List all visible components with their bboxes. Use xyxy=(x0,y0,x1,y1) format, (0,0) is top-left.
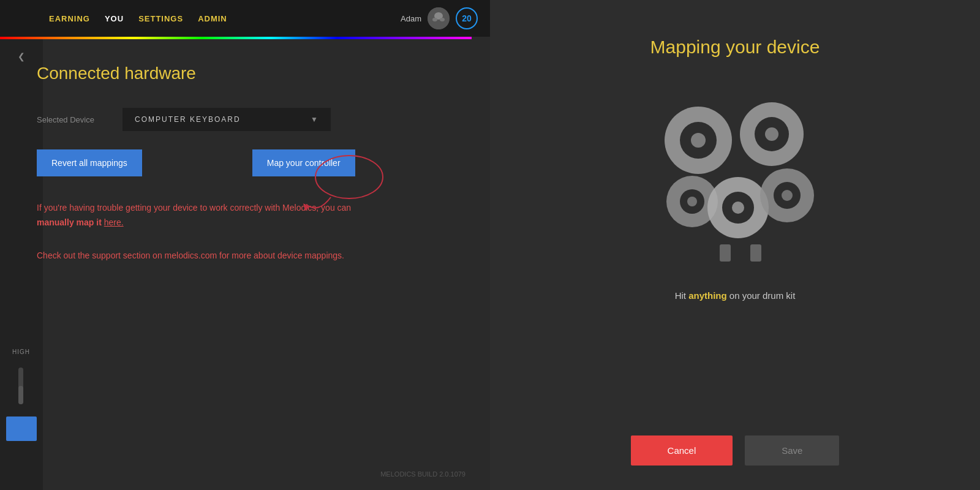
right-buttons: Cancel Save xyxy=(631,435,840,466)
device-row: Selected Device COMPUTER KEYBOARD ▼ xyxy=(37,108,453,131)
instruction-prefix: Hit xyxy=(675,290,689,301)
device-select-value: COMPUTER KEYBOARD xyxy=(135,115,241,124)
device-select[interactable]: COMPUTER KEYBOARD ▼ xyxy=(123,108,331,131)
buttons-row: Revert all mappings Map your controller xyxy=(37,149,453,176)
cancel-button[interactable]: Cancel xyxy=(631,435,733,466)
svg-point-11 xyxy=(765,127,778,141)
drum-kit-svg xyxy=(643,94,827,266)
svg-rect-21 xyxy=(720,244,731,262)
map-controller-button[interactable]: Map your controller xyxy=(252,149,355,176)
svg-point-3 xyxy=(440,18,445,21)
drum-kit-illustration xyxy=(643,94,827,266)
instruction-highlight: anything xyxy=(688,290,727,301)
page-title: Connected hardware xyxy=(37,64,453,83)
badge-count: 20 xyxy=(462,13,472,23)
help-text-1: If you're having trouble getting your de… xyxy=(37,201,355,230)
svg-point-8 xyxy=(691,133,706,148)
chevron-down-icon: ▼ xyxy=(311,115,318,124)
nav-badge: 20 xyxy=(456,7,478,29)
revert-button[interactable]: Revert all mappings xyxy=(37,149,142,176)
svg-rect-22 xyxy=(750,244,761,262)
nav-item-you[interactable]: YOU xyxy=(105,14,124,23)
right-content: Mapping your device xyxy=(643,37,827,435)
mapping-title: Mapping your device xyxy=(650,37,820,58)
nav-item-admin[interactable]: ADMIN xyxy=(198,14,227,23)
left-panel: ❮ HIGH EARNING YOU SETTINGS ADMIN Adam 2… xyxy=(0,0,490,490)
device-label: Selected Device xyxy=(37,115,110,124)
top-nav: EARNING YOU SETTINGS ADMIN Adam 20 xyxy=(0,0,490,37)
build-info: MELODICS BUILD 2.0.1079 xyxy=(380,470,466,478)
help-text-2: Check out the support section on melodic… xyxy=(37,249,355,263)
nav-username: Adam xyxy=(401,14,421,23)
svg-point-20 xyxy=(782,190,793,201)
svg-point-14 xyxy=(687,197,697,206)
avatar xyxy=(428,7,450,29)
main-content: Connected hardware Selected Device COMPU… xyxy=(0,39,490,490)
svg-point-17 xyxy=(732,202,744,214)
nav-item-settings[interactable]: SETTINGS xyxy=(138,14,183,23)
drum-instruction: Hit anything on your drum kit xyxy=(675,290,796,301)
nav-right: Adam 20 xyxy=(401,7,478,29)
nav-item-earning[interactable]: EARNING xyxy=(49,14,90,23)
right-panel: Mapping your device xyxy=(490,0,980,490)
svg-point-2 xyxy=(432,18,437,21)
instruction-suffix: on your drum kit xyxy=(727,290,796,301)
save-button[interactable]: Save xyxy=(745,435,839,466)
